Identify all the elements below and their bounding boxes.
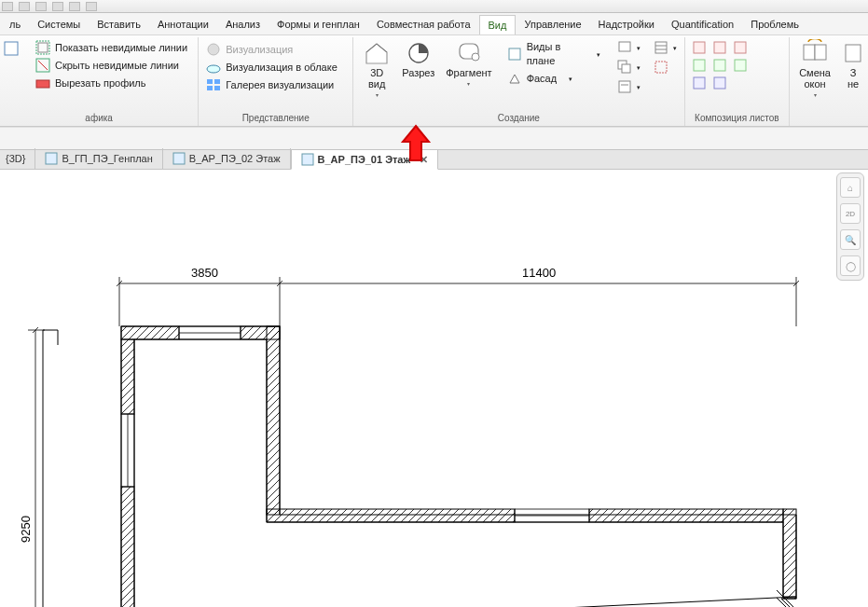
svg-point-6 [208,44,219,55]
navigator-toolbar: ⌂ 2D 🔍 ◯ [836,172,864,281]
qat-icon[interactable] [52,2,63,11]
svg-rect-56 [121,339,134,414]
label: Показать невидимые линии [55,41,187,55]
hide-hidden-lines-button[interactable]: Скрыть невидимые линии [32,57,191,74]
svg-rect-15 [509,48,520,60]
svg-rect-28 [694,60,705,71]
svg-line-4 [38,61,48,70]
panel-title: афика [4,113,194,126]
drafting-view-button[interactable]: ▾ [613,39,644,56]
tab-quantification[interactable]: Quantification [663,15,742,34]
chevron-down-icon: ▾ [637,61,641,75]
svg-rect-5 [36,80,49,88]
elevation-button[interactable]: Фасад ▾ [503,70,604,87]
tab-file[interactable]: ль [1,15,29,34]
chevron-down-icon: ▾ [597,48,600,62]
svg-rect-18 [622,64,630,73]
drawing-canvas[interactable]: 3850 11400 9250 [0,170,868,607]
cloud-render-button[interactable]: Визуализация в облаке [202,59,341,76]
label: Виды в плане [527,40,585,68]
svg-rect-64 [267,509,515,522]
tab-label: В_АР_ПЭ_02 Этаж [189,153,281,164]
panel-title: Композиция листов [689,113,786,126]
plan-views-button[interactable]: Виды в плане ▾ [503,39,604,69]
panel-graphics: Показать невидимые линии Скрыть невидимы… [0,37,199,126]
ribbon: Показать невидимые линии Скрыть невидимы… [0,35,868,127]
svg-rect-32 [714,77,725,89]
label: Смена окон [799,67,831,90]
qat-icon[interactable] [35,2,47,11]
gallery-icon [206,77,221,92]
tab-systems[interactable]: Системы [29,15,89,34]
sheet-icon[interactable] [692,76,707,90]
callout-button[interactable]: Фрагмент▾ [440,37,497,91]
svg-rect-29 [714,60,725,71]
doc-tab-3d[interactable]: {3D} [0,148,35,169]
nav-zoom-icon[interactable]: 🔍 [840,229,861,250]
render-gallery-button[interactable]: Галерея визуализации [202,76,341,93]
tab-view[interactable]: Вид [479,15,517,34]
chevron-down-icon: ▾ [673,41,677,55]
tab-annotations[interactable]: Аннотации [149,15,217,34]
scope-box-button[interactable] [650,59,681,76]
hidden-lines-icon [35,58,50,73]
tab-collaborate[interactable]: Совместная работа [368,15,479,34]
tab-manage[interactable]: Управление [516,15,589,34]
dup-view-button[interactable]: ▾ [613,59,644,76]
sheet-icon[interactable] [733,40,748,55]
qat-icon[interactable] [2,2,13,11]
label: Фрагмент [446,67,491,78]
tab-issues[interactable]: Проблемь [742,15,807,34]
svg-rect-26 [714,42,725,53]
window-icon [842,39,864,65]
schedules-button[interactable]: ▾ [650,39,681,56]
panel-presentation: Визуализация Визуализация в облаке Галер… [199,37,353,126]
sheet-icon[interactable] [712,76,727,90]
svg-rect-37 [173,153,185,164]
svg-rect-34 [815,45,826,60]
sheet-icon[interactable] [692,58,707,73]
section-button[interactable]: Разрез [396,37,440,80]
sheet-icon[interactable] [712,58,727,73]
tab-insert[interactable]: Вставить [89,15,149,34]
nav-2d-icon[interactable]: 2D [840,203,861,224]
tab-massing[interactable]: Формы и генплан [269,15,368,34]
tab-analyze[interactable]: Анализ [217,15,269,34]
label: З не [847,67,859,90]
tab-label: {3D} [6,153,25,164]
cut-profile-button[interactable]: Вырезать профиль [32,75,191,91]
quick-access-toolbar [0,0,868,13]
svg-rect-38 [302,154,313,165]
sheet-icon[interactable] [733,58,748,73]
nav-pan-icon[interactable]: ◯ [840,255,861,276]
sheet-icon[interactable] [692,40,707,55]
svg-rect-63 [267,326,280,515]
label: 3D вид [368,67,385,90]
svg-rect-9 [214,79,220,84]
switch-windows-button[interactable]: Смена окон▾ [793,37,836,103]
nav-home-icon[interactable]: ⌂ [840,177,861,198]
doc-tab-floor2[interactable]: В_АР_ПЭ_02 Этаж [163,148,291,169]
doc-tab-genplan[interactable]: В_ГП_ПЭ_Генплан [35,148,162,169]
sheet-icon[interactable] [712,40,727,55]
view-icon [301,153,314,166]
svg-rect-31 [694,77,705,89]
tab-addins[interactable]: Надстройки [590,15,663,34]
label: Визуализация в облаке [226,61,338,75]
qat-icon[interactable] [69,2,80,11]
svg-rect-8 [207,79,213,84]
view-3d-button[interactable]: 3D вид▾ [357,37,396,103]
small-icon [654,60,668,75]
floor-plan-drawing: 3850 11400 9250 [0,170,868,607]
svg-rect-36 [46,153,57,164]
qat-icon[interactable] [86,2,97,11]
legends-button[interactable]: ▾ [613,78,644,95]
close-hidden-button[interactable]: З не [836,37,864,91]
cut-profile-icon [35,76,50,90]
show-hidden-lines-button[interactable]: Показать невидимые линии [32,39,191,56]
label: Галерея визуализации [226,78,334,92]
small-icon [617,60,632,75]
panel-title: Представление [202,113,349,126]
svg-rect-30 [735,60,746,71]
qat-icon[interactable] [19,2,30,11]
